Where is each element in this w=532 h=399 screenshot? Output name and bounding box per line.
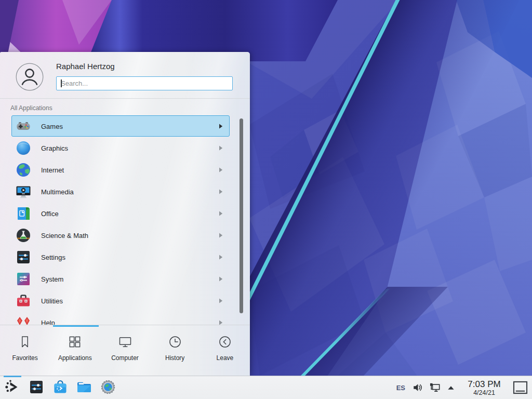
chevron-right-icon [219,276,223,282]
category-label: Office [41,210,59,218]
category-row-system[interactable]: System [0,268,250,290]
category-label: Multimedia [41,188,74,196]
footer-tab-computer[interactable]: Computer [100,327,150,376]
system-tray: ES 7:03 PM 4/24/21 [396,376,528,399]
expand-tray-icon[interactable] [447,385,455,390]
pinned-apps [4,379,116,395]
user-avatar-icon[interactable] [16,63,44,91]
volume-icon[interactable] [413,382,423,393]
taskbar-app-application-launcher[interactable] [4,379,21,395]
user-name: Raphael Hertzog [56,62,115,71]
footer-tab-leave[interactable]: Leave [200,327,250,376]
chevron-right-icon [219,320,223,325]
history-icon [168,335,182,349]
category-label: Science & Math [41,232,88,240]
section-label: All Applications [10,104,52,112]
launcher-header: Raphael Hertzog [0,52,250,99]
computer-icon [118,335,132,349]
settings-icon [15,249,32,265]
search-input[interactable] [56,76,233,90]
footer-tab-history[interactable]: History [150,327,200,376]
task-panel: ES 7:03 PM 4/24/21 [0,376,532,399]
help-icon [15,314,32,325]
category-label: Internet [41,166,64,174]
tab-label: Applications [58,354,92,362]
category-row-settings[interactable]: Settings [0,246,250,268]
tab-label: Leave [217,354,234,362]
chevron-right-icon [219,124,223,129]
chevron-right-icon [219,189,223,194]
category-list: GamesGraphicsInternetMultimediaOfficeSci… [0,115,250,325]
footer-divider [0,325,250,325]
clock-date: 4/24/21 [462,389,507,396]
chevron-right-icon [219,255,223,260]
desktop: Raphael Hertzog All Applications GamesGr… [0,0,532,399]
taskbar-app-web-browser[interactable] [100,379,116,395]
utilities-icon [15,292,32,309]
chevron-right-icon [219,298,223,303]
chevron-right-icon [219,145,223,151]
taskbar-app-discover[interactable] [52,379,69,395]
multimedia-icon [15,183,32,200]
category-row-utilities[interactable]: Utilities [0,290,250,312]
category-label: System [41,275,63,283]
keyboard-layout-indicator[interactable]: ES [396,384,405,392]
category-row-internet[interactable]: Internet [0,159,250,181]
show-desktop-button[interactable] [513,381,528,394]
category-row-graphics[interactable]: Graphics [0,137,250,159]
application-launcher-popup: Raphael Hertzog All Applications GamesGr… [0,52,250,376]
taskbar-app-system-settings[interactable] [28,379,45,395]
category-row-multimedia[interactable]: Multimedia [0,181,250,203]
category-label: Settings [41,254,65,261]
text-cursor [61,79,62,87]
tab-label: Favorites [12,354,37,362]
favorites-icon [18,335,32,349]
internet-icon [15,162,32,178]
category-label: Graphics [41,144,68,152]
footer-tab-bar: FavoritesApplicationsComputerHistoryLeav… [0,327,250,376]
applications-icon [68,335,82,349]
network-icon[interactable] [429,382,441,393]
list-scrollbar[interactable] [240,118,243,313]
system-icon [15,271,32,287]
category-label: Games [41,123,63,130]
footer-tab-favorites[interactable]: Favorites [0,327,50,376]
office-icon [15,205,32,222]
category-row-office[interactable]: Office [0,203,250,224]
science-icon [15,227,32,244]
footer-tab-applications[interactable]: Applications [50,327,100,376]
clock[interactable]: 7:03 PM 4/24/21 [462,379,507,396]
tray-icons [413,382,461,393]
category-row-help[interactable]: Help [0,312,250,325]
games-icon [15,118,32,135]
graphics-icon [15,140,32,156]
category-row-science-math[interactable]: Science & Math [0,224,250,246]
taskbar-app-file-manager[interactable] [76,379,92,395]
leave-icon [218,335,232,349]
category-row-games[interactable]: Games [0,115,250,137]
category-label: Utilities [41,297,63,305]
chevron-right-icon [219,167,223,172]
chevron-right-icon [219,233,223,238]
chevron-right-icon [219,211,223,216]
tab-label: Computer [111,354,139,362]
category-label: Help [41,319,55,325]
tab-label: History [165,354,184,362]
clock-time: 7:03 PM [462,379,507,389]
